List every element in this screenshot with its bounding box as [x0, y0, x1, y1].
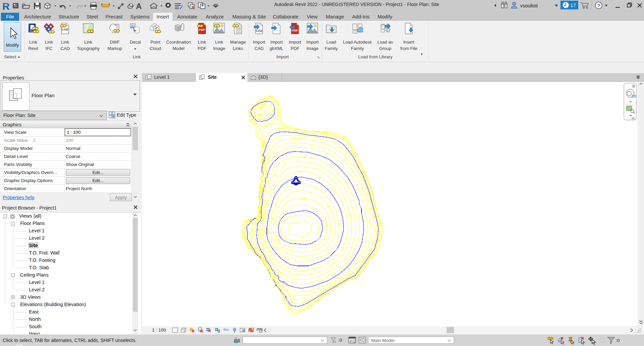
svg-text::0: :0 — [616, 338, 620, 343]
svg-text:A: A — [136, 2, 142, 11]
svg-text:R: R — [2, 1, 10, 12]
svg-text:1: 1 — [131, 4, 132, 7]
svg-text:CAD: CAD — [61, 27, 68, 31]
svg-text:2D: 2D — [632, 94, 636, 98]
svg-text:17: 17 — [570, 2, 576, 8]
svg-text:?: ? — [597, 3, 600, 8]
svg-text:PDF: PDF — [199, 28, 205, 32]
svg-text:vsoulioti: vsoulioti — [520, 3, 538, 8]
